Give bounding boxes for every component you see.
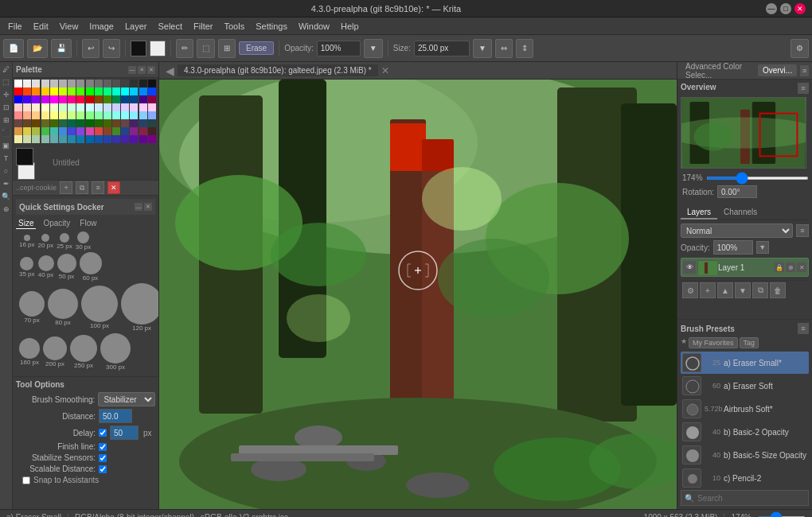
tool-zoom[interactable]: ⊕ (1, 204, 12, 215)
brush-circle-60[interactable] (80, 252, 102, 274)
color-cell-74[interactable] (103, 111, 111, 119)
brush-circle-120[interactable] (121, 283, 159, 325)
snap-assistants-checkbox[interactable] (22, 476, 30, 484)
tool-move[interactable]: ✛ (1, 89, 12, 100)
layers-filter-button[interactable]: ≡ (796, 224, 809, 237)
color-cell-127[interactable] (148, 135, 156, 143)
distance-input[interactable] (99, 409, 132, 423)
color-cell-113[interactable] (23, 135, 31, 143)
foreground-color[interactable] (16, 148, 33, 165)
color-cell-18[interactable] (32, 87, 40, 95)
color-cell-125[interactable] (130, 135, 138, 143)
scalable-distance-checkbox[interactable] (99, 465, 107, 473)
color-cell-120[interactable] (86, 135, 94, 143)
color-cell-17[interactable] (23, 87, 31, 95)
color-cell-109[interactable] (130, 127, 138, 135)
brush-circle-200[interactable] (43, 336, 67, 360)
brush-circle-250[interactable] (70, 335, 97, 362)
tool-gradient[interactable]: ▣ (1, 140, 12, 151)
color-cell-48[interactable] (14, 103, 22, 111)
color-cell-79[interactable] (148, 111, 156, 119)
menu-image[interactable]: Image (84, 20, 119, 33)
color-cell-90[interactable] (103, 119, 111, 127)
brush-preset-eraser-soft[interactable]: 60 a) Eraser Soft (681, 375, 809, 397)
color-cell-14[interactable] (139, 80, 147, 87)
color-cell-55[interactable] (76, 103, 84, 111)
color-cell-7[interactable] (76, 80, 84, 87)
brush-preset-airbrush[interactable]: 5.72b Airbrush Soft* (681, 398, 809, 420)
brush-circle-100[interactable] (81, 286, 118, 322)
color-cell-1[interactable] (23, 80, 31, 87)
flip-v-button[interactable]: ⇕ (516, 39, 533, 58)
color-cell-4[interactable] (50, 80, 58, 87)
layer-ctrl-3-button[interactable]: ✕ (797, 262, 806, 272)
finish-line-checkbox[interactable] (99, 443, 107, 451)
color-cell-69[interactable] (59, 111, 67, 119)
opacity-input[interactable] (317, 41, 361, 56)
layer-ctrl-1-button[interactable]: 🔒 (775, 262, 784, 272)
color-cell-5[interactable] (59, 80, 67, 87)
layer-move-down-button[interactable]: ▼ (735, 282, 751, 298)
color-cell-82[interactable] (32, 119, 40, 127)
color-cell-31[interactable] (148, 87, 156, 95)
canvas-viewport[interactable] (159, 80, 677, 509)
layer-item[interactable]: 👁 Layer 1 🔒 ⊕ ✕ (681, 258, 809, 277)
color-cell-111[interactable] (148, 127, 156, 135)
quick-tab-flow[interactable]: Flow (77, 218, 99, 229)
brush-circle-25[interactable] (60, 233, 69, 243)
brush-preset-basic5[interactable]: 40 b) Basic-5 Size Opacity (681, 444, 809, 466)
new-button[interactable]: 📄 (3, 39, 24, 58)
color-cell-12[interactable] (121, 80, 129, 87)
brush-circle-300[interactable] (100, 333, 131, 363)
color-cell-87[interactable] (76, 119, 84, 127)
menu-tools[interactable]: Tools (220, 20, 250, 33)
color-cell-115[interactable] (41, 135, 49, 143)
brush-circle-40[interactable] (38, 255, 54, 271)
color-cell-32[interactable] (14, 95, 22, 103)
color-cell-62[interactable] (139, 103, 147, 111)
undo-button[interactable]: ↩ (82, 39, 100, 58)
tool-select-rect[interactable]: ⬚ (1, 76, 12, 87)
select-tool-button[interactable]: ⬚ (197, 39, 215, 58)
color-cell-46[interactable] (139, 95, 147, 103)
color-cell-37[interactable] (59, 95, 67, 103)
color-cell-101[interactable] (59, 127, 67, 135)
color-cell-112[interactable] (14, 135, 22, 143)
layer-options-button[interactable]: ≡ (92, 181, 104, 194)
layer-visibility-icon[interactable]: 👁 (683, 261, 696, 274)
palette-collapse-button[interactable]: — (128, 66, 136, 74)
color-cell-30[interactable] (139, 87, 147, 95)
color-cell-117[interactable] (59, 135, 67, 143)
palette-options-button[interactable]: ≡ (138, 66, 146, 74)
color-cell-15[interactable] (148, 80, 156, 87)
menu-view[interactable]: View (55, 20, 84, 33)
quick-settings-collapse-button[interactable]: — (135, 203, 142, 211)
color-cell-67[interactable] (41, 111, 49, 119)
delay-input[interactable] (110, 426, 139, 440)
color-cell-92[interactable] (121, 119, 129, 127)
stabilize-sensors-checkbox[interactable] (99, 454, 107, 462)
tool-crop[interactable]: ⊞ (1, 115, 12, 126)
color-cell-38[interactable] (68, 95, 76, 103)
color-cell-119[interactable] (76, 135, 84, 143)
color-cell-124[interactable] (121, 135, 129, 143)
color-cell-105[interactable] (95, 127, 103, 135)
transform-button[interactable]: ⊞ (218, 39, 236, 58)
foreground-color-swatch[interactable] (131, 41, 146, 56)
color-cell-40[interactable] (86, 95, 94, 103)
color-cell-41[interactable] (95, 95, 103, 103)
tool-paint[interactable]: 🖊 (1, 64, 12, 75)
layer-del-button[interactable]: 🗑 (770, 282, 786, 298)
menu-file[interactable]: File (3, 20, 27, 33)
size-input[interactable] (414, 41, 470, 56)
brush-preset-eraser-small[interactable]: 25 a) Eraser Small* (681, 352, 809, 374)
color-cell-47[interactable] (148, 95, 156, 103)
color-cell-36[interactable] (50, 95, 58, 103)
layer-duplicate-button[interactable]: ⧉ (76, 181, 88, 194)
color-cell-104[interactable] (86, 127, 94, 135)
color-cell-106[interactable] (103, 127, 111, 135)
brush-filter-tag-button[interactable]: Tag (740, 337, 759, 348)
color-cell-51[interactable] (41, 103, 49, 111)
blend-mode-select[interactable]: Normal Multiply Screen Overlay (681, 224, 793, 238)
brush-preset-basic2[interactable]: 40 b) Basic-2 Opacity (681, 421, 809, 443)
